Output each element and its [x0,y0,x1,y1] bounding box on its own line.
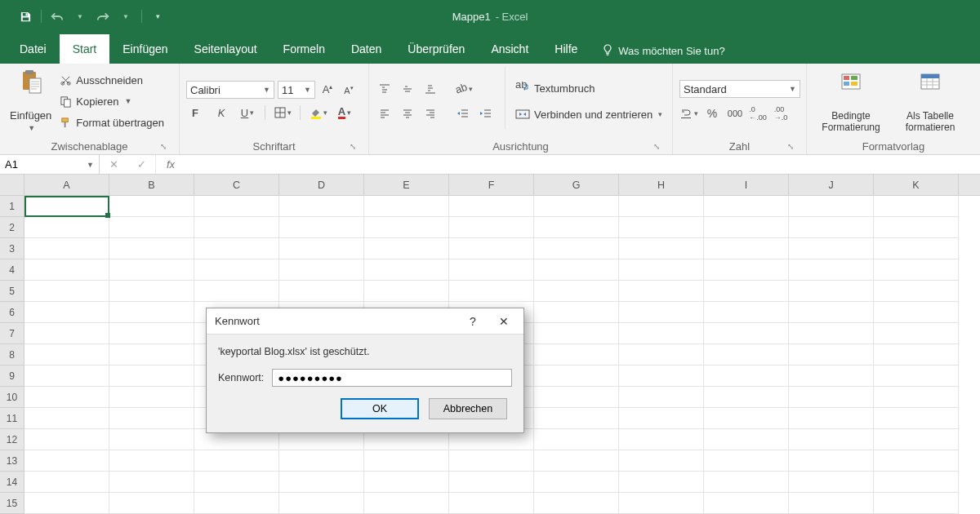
cancel-button[interactable]: Abbrechen [429,398,507,419]
cell[interactable] [704,238,789,259]
cell[interactable] [364,281,449,302]
undo-icon[interactable] [47,6,68,27]
tab-ansicht[interactable]: Ansicht [478,34,541,64]
dialog-close-icon[interactable]: ✕ [492,315,515,328]
cell[interactable] [874,259,959,281]
cell[interactable] [704,196,789,217]
cell[interactable] [24,472,109,493]
tab-start[interactable]: Start [60,34,110,64]
cell[interactable] [109,429,194,450]
cell[interactable] [619,323,704,344]
dialog-titlebar[interactable]: Kennwort ? ✕ [207,308,523,335]
cell[interactable] [449,493,534,514]
cut-button[interactable]: Ausschneiden [60,71,164,89]
cell[interactable] [874,429,959,450]
cell[interactable] [534,196,619,217]
italic-button[interactable]: K [212,104,230,122]
cell[interactable] [449,472,534,493]
cell[interactable] [534,408,619,429]
cell[interactable] [704,493,789,514]
increase-indent-icon[interactable] [477,104,495,122]
cell[interactable] [704,259,789,281]
row-header[interactable]: 3 [0,238,24,259]
cell[interactable] [109,196,194,217]
cell[interactable] [534,217,619,238]
cell[interactable] [789,344,874,366]
cell[interactable] [534,344,619,366]
cell[interactable] [364,217,449,238]
tell-me-search[interactable]: Was möchten Sie tun? [590,38,736,64]
cell[interactable] [874,217,959,238]
cell[interactable] [449,259,534,281]
cell[interactable] [619,302,704,323]
number-format-combo[interactable]: Standard▼ [679,80,800,98]
cell[interactable] [534,472,619,493]
row-header[interactable]: 8 [0,344,24,366]
cell[interactable] [364,259,449,281]
cell[interactable] [534,387,619,408]
cell[interactable] [24,493,109,514]
cell[interactable] [449,196,534,217]
row-header[interactable]: 6 [0,302,24,323]
cell[interactable] [789,450,874,472]
cell[interactable] [194,281,279,302]
cell[interactable] [279,217,364,238]
cancel-formula-icon[interactable]: ✕ [100,156,127,174]
cell[interactable] [279,450,364,472]
cell[interactable] [24,323,109,344]
cell[interactable] [534,429,619,450]
cell[interactable] [109,493,194,514]
cell[interactable] [109,450,194,472]
cell[interactable] [534,366,619,387]
cell[interactable] [789,493,874,514]
cell[interactable] [874,387,959,408]
column-header[interactable]: A [24,175,109,195]
cell[interactable] [619,196,704,217]
bold-button[interactable]: F [186,104,204,122]
cell[interactable] [24,259,109,281]
grow-font-icon[interactable]: A▴ [318,81,336,99]
cell[interactable] [109,238,194,259]
cell[interactable] [619,217,704,238]
cell[interactable] [24,450,109,472]
cell[interactable] [279,238,364,259]
cell[interactable] [619,366,704,387]
cell[interactable] [24,238,109,259]
cell[interactable] [194,450,279,472]
cell[interactable] [619,344,704,366]
cell[interactable] [704,387,789,408]
cell[interactable] [194,196,279,217]
cell[interactable] [874,366,959,387]
cell[interactable] [534,238,619,259]
cell[interactable] [364,450,449,472]
cell[interactable] [789,323,874,344]
cell[interactable] [619,493,704,514]
cell[interactable] [279,472,364,493]
column-header[interactable]: D [279,175,364,195]
column-header[interactable]: G [534,175,619,195]
cell[interactable] [194,493,279,514]
tab-datei[interactable]: Datei [7,34,60,64]
cell[interactable] [24,281,109,302]
select-all-corner[interactable] [0,175,24,196]
column-header[interactable]: K [874,175,959,195]
cell[interactable] [24,366,109,387]
cell[interactable] [789,217,874,238]
ok-button[interactable]: OK [341,398,419,419]
cell[interactable] [704,281,789,302]
cell[interactable] [279,196,364,217]
cell[interactable] [534,281,619,302]
enter-formula-icon[interactable]: ✓ [127,156,155,174]
column-header[interactable]: I [704,175,789,195]
cell[interactable] [619,450,704,472]
cell[interactable] [24,408,109,429]
cell[interactable] [279,493,364,514]
font-size-combo[interactable]: 11▼ [278,81,315,99]
merge-center-button[interactable]: Verbinden und zentrieren▾ [515,105,662,123]
cell[interactable] [619,472,704,493]
column-header[interactable]: H [619,175,704,195]
decrease-indent-icon[interactable] [454,104,472,122]
row-header[interactable]: 10 [0,387,24,408]
cell[interactable] [194,259,279,281]
align-center-icon[interactable] [399,104,416,122]
